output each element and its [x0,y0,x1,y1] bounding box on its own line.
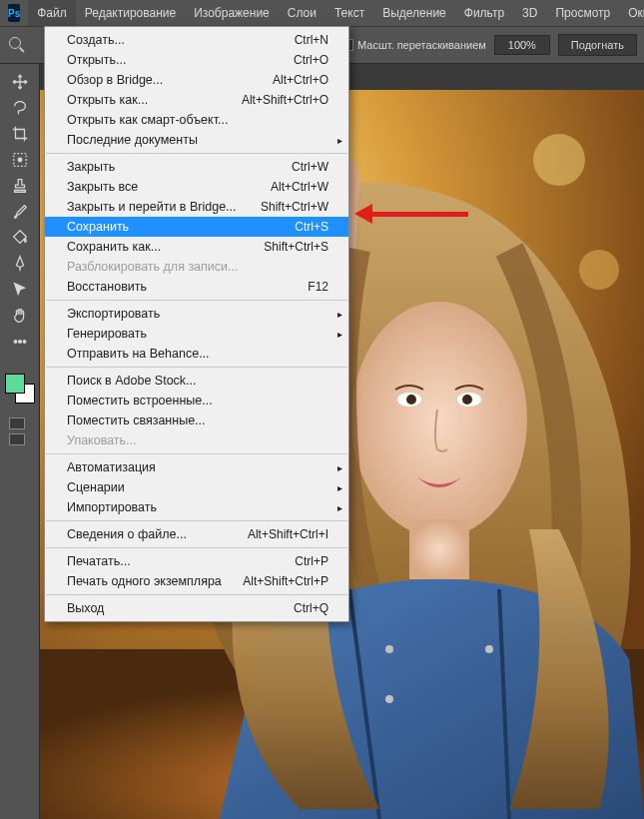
stamp-tool[interactable] [6,174,34,198]
svg-point-3 [18,341,21,344]
menu-item-label: Сохранить [67,220,129,234]
menubar: Ps ФайлРедактированиеИзображениеСлоиТекс… [0,0,644,26]
menu-separator [46,153,347,154]
menu-edit[interactable]: Редактирование [76,0,185,26]
menu-item[interactable]: Печатать...Ctrl+P [45,551,348,571]
menu-item[interactable]: Сведения о файле...Alt+Shift+Ctrl+I [45,524,348,544]
foreground-color-swatch[interactable] [5,374,25,394]
menu-item-label: Поместить встроенные... [67,394,213,408]
svg-point-19 [485,645,493,653]
menu-item[interactable]: Открыть...Ctrl+O [45,50,348,70]
menu-item-label: Генерировать [67,327,147,341]
menu-item[interactable]: Автоматизация [45,457,348,477]
menu-item-label: Закрыть и перейти в Bridge... [67,200,237,214]
menu-3d[interactable]: 3D [513,0,546,26]
menu-item[interactable]: Закрыть и перейти в Bridge...Shift+Ctrl+… [45,197,348,217]
menu-item-label: Выход [67,601,104,615]
menu-item[interactable]: Поиск в Adobe Stock... [45,371,348,391]
menu-item[interactable]: Поместить связанные... [45,410,348,430]
zoom-value-field[interactable]: 100% [494,35,550,55]
crop-tool[interactable] [6,122,34,146]
svg-point-15 [406,395,416,405]
more-tools[interactable] [6,330,34,354]
menu-separator [46,520,347,521]
hand-tool[interactable] [6,304,34,328]
fit-button[interactable]: Подогнать [558,34,637,56]
menu-item-label: Разблокировать для записи... [67,260,238,274]
menu-item[interactable]: ВосстановитьF12 [45,277,348,297]
menu-item-label: Отправить на Behance... [67,347,210,361]
menu-item-label: Открыть... [67,53,127,67]
menu-item-shortcut: Shift+Ctrl+S [264,240,328,254]
menu-view[interactable]: Просмотр [546,0,619,26]
app-logo: Ps [8,4,20,22]
menu-filter[interactable]: Фильтр [455,0,513,26]
menu-image[interactable]: Изображение [185,0,279,26]
svg-point-9 [579,250,619,290]
svg-point-8 [533,134,585,186]
path-select-tool[interactable] [6,278,34,302]
menu-item[interactable]: Открыть как смарт-объект... [45,110,348,130]
quickmask-icon[interactable] [9,417,25,429]
menu-item[interactable]: ЗакрытьCtrl+W [45,157,348,177]
move-tool[interactable] [6,70,34,94]
search-icon[interactable] [8,36,26,54]
menu-item[interactable]: Обзор в Bridge...Alt+Ctrl+O [45,70,348,90]
menu-item[interactable]: СохранитьCtrl+S [45,217,348,237]
menu-item-label: Сведения о файле... [67,527,187,541]
menu-item-shortcut: Ctrl+W [292,160,328,174]
menu-item-shortcut: Alt+Ctrl+W [271,180,328,194]
menu-item[interactable]: ВыходCtrl+Q [45,598,348,618]
color-swatches[interactable] [5,374,35,404]
paint-bucket-tool[interactable] [6,226,34,250]
menu-item-label: Печатать... [67,554,131,568]
menu-separator [46,594,347,595]
menu-layers[interactable]: Слои [279,0,325,26]
menu-item-shortcut: Alt+Ctrl+O [273,73,328,87]
menu-item[interactable]: Сценарии [45,477,348,497]
menu-item[interactable]: Отправить на Behance... [45,344,348,364]
menu-item[interactable]: Сохранить как...Shift+Ctrl+S [45,237,348,257]
menu-item-shortcut: Ctrl+S [295,220,328,234]
menu-item-label: Последние документы [67,133,198,147]
menu-item[interactable]: Импортировать [45,497,348,517]
menu-item-label: Закрыть все [67,180,138,194]
svg-point-4 [23,341,26,344]
svg-point-18 [385,695,393,703]
file-menu-dropdown: Создать...Ctrl+NОткрыть...Ctrl+OОбзор в … [44,26,349,622]
menu-item-shortcut: Alt+Shift+Ctrl+P [243,574,328,588]
menu-item[interactable]: Экспортировать [45,304,348,324]
menu-item-label: Сценарии [67,480,125,494]
menu-item-shortcut: Ctrl+O [294,53,328,67]
menu-separator [46,453,347,454]
menu-text[interactable]: Текст [325,0,373,26]
menu-item: Разблокировать для записи... [45,257,348,277]
menu-item[interactable]: Печать одного экземпляраAlt+Shift+Ctrl+P [45,571,348,591]
scrub-zoom-label: Масшт. перетаскиванием [357,39,486,51]
menu-window[interactable]: Окно [619,0,644,26]
healing-brush-tool[interactable] [6,148,34,172]
brush-tool[interactable] [6,200,34,224]
menu-item[interactable]: Закрыть всеAlt+Ctrl+W [45,177,348,197]
svg-point-1 [18,158,22,162]
menu-item[interactable]: Создать...Ctrl+N [45,30,348,50]
menu-item-shortcut: Alt+Shift+Ctrl+O [242,93,328,107]
svg-point-17 [385,645,393,653]
svg-point-16 [462,395,472,405]
menu-item-label: Поместить связанные... [67,413,206,427]
screenmode-icon[interactable] [9,433,25,445]
menu-file[interactable]: Файл [28,0,76,26]
menu-item-label: Восстановить [67,280,147,294]
menu-item[interactable]: Открыть как...Alt+Shift+Ctrl+O [45,90,348,110]
pen-tool[interactable] [6,252,34,276]
menu-select[interactable]: Выделение [373,0,455,26]
menu-item[interactable]: Поместить встроенные... [45,391,348,410]
scrub-zoom-checkbox[interactable]: Масшт. перетаскиванием [341,39,486,51]
menu-item[interactable]: Последние документы [45,130,348,150]
lasso-tool[interactable] [6,96,34,120]
menu-separator [46,300,347,301]
menu-item[interactable]: Генерировать [45,324,348,344]
menu-item-label: Закрыть [67,160,115,174]
menu-item-shortcut: F12 [308,280,328,294]
menu-item-shortcut: Ctrl+P [295,554,328,568]
